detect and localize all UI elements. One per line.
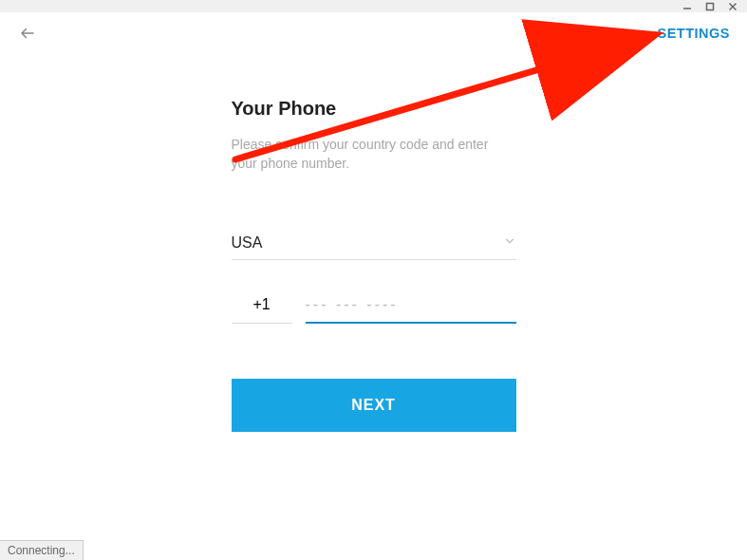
country-code-input[interactable] bbox=[232, 296, 292, 324]
login-form: Your Phone Please confirm your country c… bbox=[232, 98, 516, 432]
page-subtitle: Please confirm your country code and ent… bbox=[232, 135, 516, 174]
page-title: Your Phone bbox=[232, 98, 516, 120]
selected-country-label: USA bbox=[232, 234, 263, 252]
close-icon[interactable] bbox=[726, 0, 739, 13]
svg-rect-1 bbox=[707, 3, 714, 9]
next-button[interactable]: NEXT bbox=[232, 379, 516, 432]
back-button[interactable] bbox=[17, 23, 38, 44]
maximize-icon[interactable] bbox=[703, 0, 717, 13]
settings-link[interactable]: SETTINGS bbox=[657, 26, 730, 41]
app-header: SETTINGS bbox=[0, 12, 747, 54]
status-bar: Connecting... bbox=[0, 540, 84, 560]
chevron-down-icon bbox=[503, 234, 516, 252]
window-titlebar bbox=[0, 0, 747, 12]
minimize-icon[interactable] bbox=[681, 0, 694, 13]
phone-number-input[interactable] bbox=[306, 296, 516, 324]
country-selector[interactable]: USA bbox=[232, 234, 516, 260]
phone-input-row bbox=[232, 296, 516, 324]
